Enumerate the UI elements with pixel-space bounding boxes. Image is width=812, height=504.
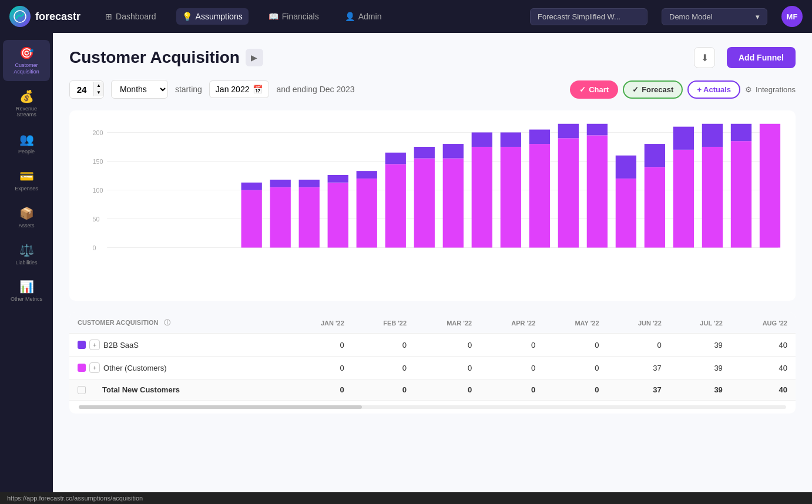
bar-sep22-pink — [328, 183, 348, 248]
logo-icon — [9, 6, 31, 27]
bar-may23-pink — [558, 138, 579, 247]
main-content: Customer Acquisition ▶ ⬇ Add Funnel 24 ▲… — [53, 33, 812, 492]
other-apr22: 0 — [480, 357, 543, 379]
add-funnel-button[interactable]: Add Funnel — [727, 47, 796, 68]
bar-apr23-purple — [529, 130, 550, 145]
period-type-select[interactable]: Months Quarters Years — [111, 80, 168, 99]
sidebar-item-liabilities[interactable]: ⚖️ Liabilities — [3, 237, 50, 272]
col-aug22: AUG '22 — [731, 313, 796, 334]
other-color-indicator — [78, 364, 86, 372]
sidebar-item-customer-acquisition[interactable]: 🎯 Customer Acquisition — [3, 40, 50, 81]
people-icon: 👥 — [19, 132, 34, 146]
other-expand-button[interactable]: + — [89, 362, 100, 373]
page-title-area: Customer Acquisition ▶ — [69, 48, 263, 67]
col-mar22: MAR '22 — [415, 313, 480, 334]
total-apr22: 0 — [480, 379, 543, 401]
bar-jun22-pink — [241, 190, 262, 247]
bar-dec22-pink — [414, 159, 435, 248]
b2bsaas-expand-button[interactable]: + — [89, 340, 100, 350]
bar-sep22-purple — [328, 175, 348, 183]
data-table: CUSTOMER ACQUISITION ⓘ JAN '22 FEB '22 M… — [69, 313, 796, 414]
bar-nov23-purple — [731, 124, 751, 141]
other-jul22: 39 — [670, 357, 731, 379]
period-number-input[interactable]: 24 — [70, 81, 93, 98]
chart-area: 200 150 100 50 0 — [69, 110, 796, 301]
admin-icon: 👤 — [345, 12, 355, 21]
bar-oct22-purple — [357, 171, 377, 179]
bar-oct23-purple — [702, 124, 723, 147]
nav-dashboard[interactable]: ⊞ Dashboard — [99, 8, 162, 25]
b2bsaas-may22: 0 — [543, 334, 607, 357]
svg-text:200: 200 — [93, 129, 103, 136]
liabilities-icon: ⚖️ — [19, 243, 34, 257]
scroll-thumb — [79, 405, 362, 409]
b2bsaas-aug22: 40 — [731, 334, 796, 357]
table-row: + B2B SaaS 0 0 0 0 0 0 39 40 — [69, 334, 796, 357]
svg-text:50: 50 — [93, 216, 100, 223]
model-selector[interactable]: Demo Model ▾ — [662, 8, 767, 25]
bar-jul22-purple — [270, 180, 291, 187]
start-date-input[interactable]: Jan 2022 📅 — [209, 80, 270, 98]
total-jul22: 39 — [670, 379, 731, 401]
sidebar-item-assets[interactable]: 📦 Assets — [3, 200, 50, 235]
nav-admin[interactable]: 👤 Admin — [339, 8, 388, 25]
svg-text:100: 100 — [93, 187, 103, 194]
starting-label: starting — [175, 85, 202, 94]
b2bsaas-apr22: 0 — [480, 334, 543, 357]
col-jul22: JUL '22 — [670, 313, 731, 334]
bar-aug23-pink — [645, 167, 665, 247]
table-scroll[interactable]: CUSTOMER ACQUISITION ⓘ JAN '22 FEB '22 M… — [69, 313, 796, 401]
main-layout: 🎯 Customer Acquisition 💰 Revenue Streams… — [0, 33, 812, 492]
svg-text:0: 0 — [93, 244, 96, 251]
bar-feb23-purple — [472, 132, 492, 147]
sidebar-item-other-metrics[interactable]: 📊 Other Metrics — [3, 274, 50, 308]
integrations-button[interactable]: ⚙ Integrations — [745, 85, 796, 94]
other-mar22: 0 — [415, 357, 480, 379]
chart-toggle-button[interactable]: ✓ Chart — [570, 80, 618, 99]
controls-row: 24 ▲ ▼ Months Quarters Years starting Ja… — [69, 80, 796, 99]
other-feb22: 0 — [353, 357, 415, 379]
bar-feb23-pink — [472, 147, 492, 248]
expenses-icon: 💳 — [19, 169, 34, 183]
checkmark-icon: ✓ — [579, 85, 586, 94]
bar-aug22-purple — [299, 180, 320, 187]
page-title: Customer Acquisition — [69, 48, 240, 67]
bar-mar23-purple — [501, 132, 521, 147]
avatar[interactable]: MF — [781, 6, 803, 27]
actuals-toggle-button[interactable]: + Actuals — [687, 80, 740, 99]
sidebar-item-people[interactable]: 👥 People — [3, 126, 50, 161]
sidebar: 🎯 Customer Acquisition 💰 Revenue Streams… — [0, 33, 53, 492]
download-icon: ⬇ — [701, 52, 709, 63]
total-aug22: 40 — [731, 379, 796, 401]
period-up-arrow[interactable]: ▲ — [94, 82, 103, 89]
total-may22: 0 — [543, 379, 607, 401]
period-input: 24 ▲ ▼ — [69, 80, 104, 99]
period-down-arrow[interactable]: ▼ — [94, 89, 103, 96]
sidebar-item-revenue-streams[interactable]: 💰 Revenue Streams — [3, 83, 50, 125]
bar-oct22-pink — [357, 179, 377, 248]
play-button[interactable]: ▶ — [246, 49, 263, 66]
download-button[interactable]: ⬇ — [694, 47, 715, 68]
forecast-toggle-button[interactable]: ✓ Forecast — [623, 80, 683, 99]
bar-nov22-purple — [385, 153, 406, 164]
bar-sep23-pink — [673, 150, 694, 248]
svg-text:150: 150 — [93, 158, 103, 165]
other-may22: 0 — [543, 357, 607, 379]
forecast-check-icon: ✓ — [632, 85, 639, 94]
total-checkbox[interactable] — [78, 386, 86, 394]
bar-mar23-pink — [501, 147, 521, 248]
b2bsaas-jul22: 39 — [670, 334, 731, 357]
col-feb22: FEB '22 — [353, 313, 415, 334]
sidebar-item-expenses[interactable]: 💳 Expenses — [3, 163, 50, 198]
total-jan22: 0 — [290, 379, 353, 401]
info-icon[interactable]: ⓘ — [164, 319, 170, 326]
nav-financials[interactable]: 📖 Financials — [263, 8, 325, 25]
funnel-icon: 🎯 — [19, 46, 34, 60]
other-metrics-icon: 📊 — [19, 280, 34, 294]
workspace-selector[interactable]: Forecastr Simplified W... — [530, 8, 647, 25]
b2bsaas-jun22: 0 — [608, 334, 670, 357]
nav-assumptions[interactable]: 💡 Assumptions — [176, 8, 249, 25]
total-mar22: 0 — [415, 379, 480, 401]
page-header: Customer Acquisition ▶ ⬇ Add Funnel — [69, 47, 796, 68]
bar-jul23-purple — [616, 156, 636, 179]
